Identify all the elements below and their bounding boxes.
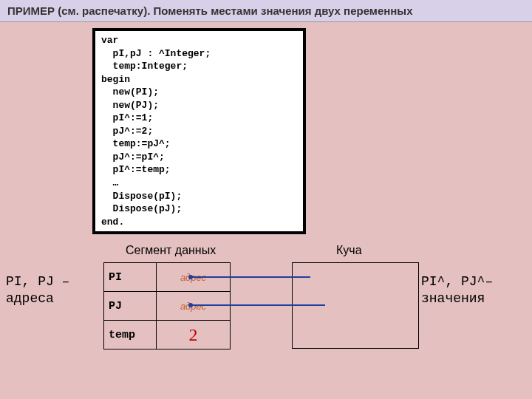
data-segment-table: PI адрес PJ адрес temp 2	[103, 262, 231, 349]
right-annotation: PI^, PJ^– значения	[421, 273, 493, 308]
data-segment-label: Сегмент данных	[126, 244, 216, 257]
right-annotation-line2: значения	[421, 291, 485, 306]
cell-label: PI	[104, 263, 157, 291]
table-row: temp 2	[104, 320, 230, 349]
cell-value: 2	[157, 321, 230, 349]
cell-value: адрес	[157, 292, 230, 320]
cell-label: PJ	[104, 292, 157, 320]
pointer-arrow-icon	[191, 304, 325, 306]
left-annotation-line2: адреса	[6, 291, 54, 306]
address-text: адрес	[180, 301, 206, 312]
pointer-arrow-icon	[191, 276, 310, 278]
left-annotation: PI, PJ – адреса	[6, 273, 69, 308]
heap-label: Куча	[336, 244, 362, 257]
value-text: 2	[189, 325, 198, 345]
cell-label: temp	[104, 321, 157, 349]
right-annotation-line1: PI^, PJ^–	[421, 274, 493, 289]
page-title: ПРИМЕР (см. распечатку). Поменять местам…	[0, 0, 532, 22]
left-annotation-line1: PI, PJ –	[6, 274, 69, 289]
code-listing: var pI,pJ : ^Integer; temp:Integer; begi…	[92, 28, 306, 234]
